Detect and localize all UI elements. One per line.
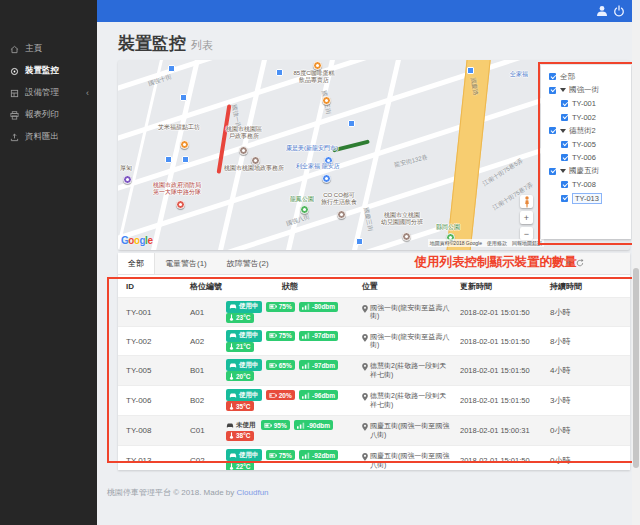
header-slot: 格位編號 (182, 281, 224, 292)
sidebar-item-report-print[interactable]: 報表列印 (0, 104, 97, 126)
signal-icon (302, 332, 310, 339)
transit-marker (168, 65, 175, 72)
user-icon[interactable] (596, 5, 608, 17)
battery-icon (269, 303, 277, 310)
checkbox-checked[interactable] (549, 127, 556, 134)
tree-label: TY-002 (572, 113, 596, 122)
poi-marker[interactable] (239, 146, 248, 155)
in-use-badge: 使用中 (226, 449, 262, 461)
sidebar-item-label: 主頁 (25, 43, 42, 55)
poi-marker[interactable] (337, 210, 346, 219)
scrollbar-thumb[interactable] (633, 268, 639, 468)
thermometer-icon (229, 403, 234, 410)
signal-icon (302, 452, 310, 459)
poi-marker[interactable] (123, 175, 132, 184)
checkbox-checked[interactable] (561, 154, 568, 161)
car-icon (226, 422, 234, 429)
page-scrollbar[interactable] (632, 0, 640, 525)
add-icon[interactable]: + (566, 259, 571, 268)
temperature-badge: 20°C (226, 371, 254, 381)
cell-status: 使用中 75% -80dbm 23°C (224, 301, 354, 324)
checkbox-checked[interactable] (549, 87, 556, 94)
poi-marker[interactable] (300, 205, 309, 214)
poi-label: 桃園市政府消防局 第一大隊中路分隊 (144, 182, 210, 196)
battery-icon (264, 422, 272, 429)
poi-marker[interactable] (251, 156, 260, 165)
tree-label: TY-008 (572, 180, 596, 189)
cell-updated: 2018-02-01 15:00:31 (452, 426, 542, 435)
checkbox-checked[interactable] (561, 141, 568, 148)
tree-group[interactable]: 國慶五街 (541, 165, 631, 179)
tab-all[interactable]: 全部 (118, 253, 155, 274)
tree-device[interactable]: TY-008 (541, 178, 631, 192)
tree-device[interactable]: TY-006 (541, 151, 631, 165)
poi-marker[interactable] (180, 140, 189, 149)
footer: 桃園停車管理平台 © 2018. Made by Cloudfun (107, 487, 269, 498)
checkbox-checked[interactable] (549, 168, 556, 175)
power-icon[interactable] (613, 5, 625, 17)
tree-label: TY-005 (572, 140, 596, 149)
tree-group[interactable]: 德慧街2 (541, 124, 631, 138)
refresh-icon[interactable] (576, 259, 584, 267)
table-row[interactable]: TY-008 C01 未使用 95% -90dbm 38°C 國慶五街(國強一街… (118, 416, 630, 446)
poi-label: 桃園市桃園地政事務所 (224, 165, 284, 172)
battery-badge: 95% (261, 420, 290, 430)
cloudfun-link[interactable]: Cloudfun (237, 488, 269, 497)
collapse-arrow-icon[interactable] (560, 129, 566, 133)
tab-fault-warning[interactable]: 故障警告(2) (217, 253, 279, 274)
main-content: 裝置監控列表 國強十街 國強一街 國強八街 國慶三街 國慶三街 龍安街1 (97, 22, 632, 525)
checkbox-checked[interactable] (549, 73, 556, 80)
transit-marker (180, 94, 187, 101)
sidebar-item-data-export[interactable]: 資料匯出 (0, 126, 97, 148)
not-in-use-label: 未使用 (226, 421, 256, 430)
cell-location: 國強一街(龍安街至益壽八街) (354, 333, 452, 350)
table-row[interactable]: TY-001 A01 使用中 75% -80dbm 23°C 國強一街(龍安街至… (118, 298, 630, 327)
tree-label: TY-006 (572, 153, 596, 162)
cell-status: 使用中 75% -97dbm 21°C (224, 330, 354, 353)
signal-icon (302, 392, 310, 399)
header-updated: 更新時間 (452, 281, 542, 292)
tree-item-all[interactable]: 全部 (541, 70, 631, 84)
poi-marker[interactable] (322, 174, 331, 183)
pegman-button[interactable] (520, 195, 533, 208)
card-tools: + (566, 259, 584, 268)
tree-device[interactable]: TY-001 (541, 97, 631, 111)
poi-marker[interactable] (402, 232, 411, 241)
signal-badge: -97dbm (299, 360, 338, 370)
poi-marker[interactable] (176, 200, 185, 209)
tree-device-focused[interactable]: TY-013 (541, 192, 631, 206)
collapse-arrow-icon[interactable] (560, 88, 566, 92)
checkbox-checked[interactable] (561, 181, 568, 188)
checkbox-checked[interactable] (561, 114, 568, 121)
tree-device[interactable]: TY-005 (541, 138, 631, 152)
terms-link[interactable]: 使用條款 (487, 240, 507, 246)
cell-id: TY-008 (118, 426, 182, 435)
sidebar-item-equipment[interactable]: 設備管理 ‹ (0, 82, 97, 104)
tree-group[interactable]: 國強一街 (541, 84, 631, 98)
poi-marker[interactable] (313, 61, 322, 70)
printer-icon (10, 111, 19, 120)
tree-device[interactable]: TY-002 (541, 111, 631, 125)
report-error-link[interactable]: 回報地圖錯誤 (512, 240, 542, 246)
attribution-text: 地圖資料©2018 Google (430, 240, 482, 246)
collapse-arrow-icon[interactable] (560, 169, 566, 173)
poi-marker[interactable] (322, 96, 331, 105)
checkbox-checked[interactable] (561, 100, 568, 107)
zoom-in-button[interactable]: + (520, 211, 533, 224)
car-icon (229, 303, 237, 310)
table-row[interactable]: TY-013 C02 使用中 75% -92dbm 22°C 國慶五街(國強一街… (118, 446, 630, 470)
cell-location: 國強一街(龍安街至益壽八街) (354, 304, 452, 321)
poi-label: 利全家福 龍安店 (296, 163, 340, 170)
table-row[interactable]: TY-005 B01 使用中 65% -97dbm 20°C 德慧街2(莊敬路一… (118, 356, 630, 386)
table-row[interactable]: TY-006 B02 使用中 20% -96dbm 35°C 德慧街2(莊敬路一… (118, 386, 630, 416)
signal-icon (302, 362, 310, 369)
battery-badge: 75% (266, 450, 295, 460)
checkbox-checked[interactable] (561, 195, 568, 202)
table-header-row: ID 格位編號 狀態 位置 更新時間 持續時間 (118, 275, 630, 298)
table-row[interactable]: TY-002 A02 使用中 75% -97dbm 21°C 國強一街(龍安街至… (118, 327, 630, 356)
cell-slot: B01 (182, 366, 224, 375)
tab-battery-warning[interactable]: 電量警告(1) (155, 253, 217, 274)
transit-marker (467, 67, 474, 74)
sidebar-item-device-monitor[interactable]: 裝置監控 (0, 60, 97, 82)
sidebar-item-home[interactable]: 主頁 (0, 38, 97, 60)
